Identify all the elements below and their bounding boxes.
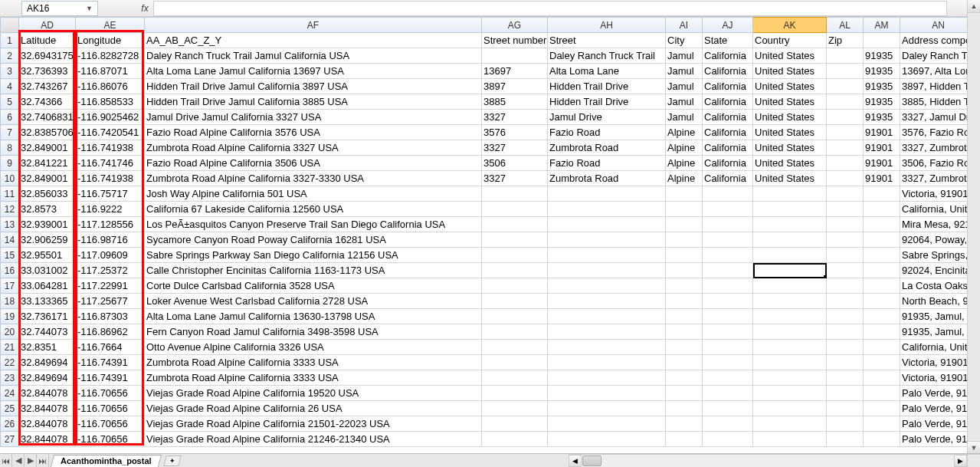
cell[interactable] (666, 432, 703, 447)
cell[interactable]: 91935, Jamul, Califor (900, 324, 968, 340)
cell[interactable] (827, 401, 864, 416)
cell[interactable]: Country (753, 33, 827, 48)
cell[interactable]: Alpine (666, 171, 703, 186)
row-header[interactable]: 18 (1, 294, 19, 309)
col-header-AF[interactable]: AF (145, 18, 482, 33)
cell[interactable] (753, 355, 827, 370)
cell[interactable]: United States (753, 94, 827, 110)
cell[interactable]: 91935 (864, 79, 900, 94)
cell[interactable] (827, 202, 864, 217)
cell[interactable] (548, 416, 666, 432)
cell[interactable]: -116.7664 (76, 340, 145, 355)
cell[interactable] (827, 340, 864, 355)
cell[interactable]: 3327, Zumbrota Roac (900, 140, 968, 156)
cell[interactable] (703, 263, 753, 278)
cell[interactable] (482, 309, 548, 324)
cell[interactable] (753, 386, 827, 401)
cell[interactable]: Hidden Trail Drive Jamul California 3897… (145, 79, 482, 94)
scroll-down-icon[interactable]: ▼ (968, 441, 980, 454)
cell[interactable] (827, 432, 864, 447)
cell[interactable]: -117.25677 (76, 294, 145, 309)
cell[interactable] (753, 324, 827, 340)
cell[interactable] (666, 386, 703, 401)
spreadsheet-grid[interactable]: ADAEAFAGAHAIAJAKALAMAN 1LatitudeLongitud… (0, 17, 967, 447)
cell[interactable] (703, 386, 753, 401)
cell[interactable]: California 67 Lakeside California 12560 … (145, 202, 482, 217)
cell[interactable]: 3885 (482, 94, 548, 110)
cell[interactable]: Zumbrota Road (548, 171, 666, 186)
cell[interactable] (827, 232, 864, 248)
cell[interactable]: 32.849001 (19, 171, 76, 186)
cell[interactable]: Loker Avenue West Carlsbad California 27… (145, 294, 482, 309)
cell[interactable]: Fern Canyon Road Jamul California 3498-3… (145, 324, 482, 340)
col-header-AJ[interactable]: AJ (703, 18, 753, 33)
cell[interactable] (666, 263, 703, 278)
cell[interactable] (827, 309, 864, 324)
cell[interactable] (548, 309, 666, 324)
row-header[interactable]: 2 (1, 48, 19, 64)
hscroll-thumb[interactable] (582, 455, 601, 466)
cell[interactable]: -116.70656 (76, 416, 145, 432)
cell[interactable]: 3885, Hidden Trail Dr (900, 94, 968, 110)
cell[interactable]: -116.75717 (76, 186, 145, 202)
cell[interactable]: State (703, 33, 753, 48)
col-header-AG[interactable]: AG (482, 18, 548, 33)
cell[interactable]: -116.70656 (76, 401, 145, 416)
cell[interactable] (548, 202, 666, 217)
cell[interactable] (864, 324, 900, 340)
select-all-corner[interactable] (1, 18, 19, 33)
cell[interactable]: California (703, 171, 753, 186)
cell[interactable] (827, 171, 864, 186)
tab-nav-next-icon[interactable]: ▶ (25, 454, 37, 467)
cell[interactable] (703, 370, 753, 386)
cell[interactable] (827, 48, 864, 64)
cell[interactable] (548, 294, 666, 309)
cell[interactable]: Street number (482, 33, 548, 48)
cell[interactable]: 3327, Zumbrota Roac (900, 171, 968, 186)
cell[interactable] (864, 355, 900, 370)
cell[interactable] (864, 386, 900, 401)
row-header[interactable]: 1 (1, 33, 19, 48)
cell[interactable]: 32.849694 (19, 370, 76, 386)
cell[interactable] (753, 217, 827, 232)
cell[interactable]: -117.22991 (76, 278, 145, 294)
cell[interactable] (666, 278, 703, 294)
cell[interactable] (666, 340, 703, 355)
formula-bar[interactable] (153, 1, 947, 16)
cell[interactable]: Hidden Trail Drive Jamul California 3885… (145, 94, 482, 110)
cell[interactable]: 33.031002 (19, 263, 76, 278)
cell[interactable] (864, 202, 900, 217)
cell[interactable] (827, 140, 864, 156)
cell[interactable] (666, 202, 703, 217)
cell[interactable]: 13697 (482, 64, 548, 79)
row-header[interactable]: 7 (1, 125, 19, 140)
cell[interactable] (482, 432, 548, 447)
cell[interactable]: 32.95501 (19, 248, 76, 263)
cell[interactable]: California, United St (900, 202, 968, 217)
cell[interactable]: Daley Ranch Truck Tr (900, 48, 968, 64)
cell[interactable]: Josh Way Alpine California 501 USA (145, 186, 482, 202)
cell[interactable] (753, 248, 827, 263)
cell[interactable]: United States (753, 156, 827, 171)
cell[interactable] (864, 294, 900, 309)
row-header[interactable]: 9 (1, 156, 19, 171)
cell[interactable]: 32.8351 (19, 340, 76, 355)
cell[interactable] (666, 324, 703, 340)
cell[interactable]: 91935, Jamul, Califor (900, 309, 968, 324)
cell[interactable]: Viejas Grade Road Alpine California 2124… (145, 432, 482, 447)
vertical-scrollbar[interactable]: ▲ ▼ (967, 0, 980, 454)
col-header-AE[interactable]: AE (76, 18, 145, 33)
cell[interactable]: -116.86962 (76, 324, 145, 340)
cell[interactable]: 3327, Jamul Drive, Ja (900, 110, 968, 125)
cell[interactable]: United States (753, 125, 827, 140)
cell[interactable]: -116.74391 (76, 355, 145, 370)
cell[interactable]: 32.844078 (19, 401, 76, 416)
row-header[interactable]: 25 (1, 401, 19, 416)
name-box-dropdown-icon[interactable]: ▼ (86, 5, 93, 12)
cell[interactable] (666, 401, 703, 416)
cell[interactable] (482, 355, 548, 370)
cell[interactable] (666, 217, 703, 232)
cell[interactable] (703, 248, 753, 263)
cell[interactable] (753, 416, 827, 432)
cell[interactable]: Address component (900, 33, 968, 48)
